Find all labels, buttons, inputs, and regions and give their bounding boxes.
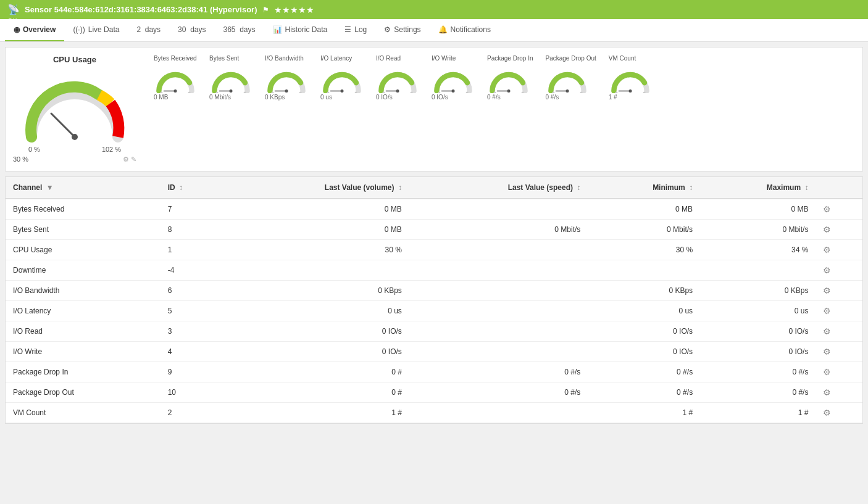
svg-point-19 <box>396 89 399 93</box>
col-last-speed[interactable]: Last Value (speed) ↕ <box>409 177 588 199</box>
cell-actions[interactable]: ⚙ <box>816 220 862 240</box>
row-gear-icon[interactable]: ⚙ <box>823 408 831 418</box>
maximum-sort-icon: ↕ <box>804 183 808 192</box>
row-gear-icon[interactable]: ⚙ <box>823 326 831 336</box>
tab-30days-label: 30 days <box>178 25 206 34</box>
cpu-max: 102 % <box>102 146 121 153</box>
cell-maximum: 34 % <box>700 240 816 260</box>
mini-gauge-value: 0 us <box>320 94 332 101</box>
cell-actions[interactable]: ⚙ <box>816 199 862 220</box>
mini-gauge-label: Bytes Sent <box>209 55 239 62</box>
cell-actions[interactable]: ⚙ <box>816 281 862 301</box>
cpu-current: 30 % <box>13 155 28 163</box>
cell-id: -4 <box>161 260 222 281</box>
cell-maximum: 0 IO/s <box>700 321 816 342</box>
tab-settings[interactable]: ⚙ Settings <box>375 19 429 41</box>
mini-gauge-package-drop-in: Package Drop In0 #/s <box>487 55 533 101</box>
cell-last-speed <box>409 281 588 301</box>
svg-point-1 <box>72 134 78 140</box>
cell-actions[interactable]: ⚙ <box>816 362 862 382</box>
cell-last-vol: 0 KBps <box>221 281 409 301</box>
cell-id: 8 <box>161 220 222 240</box>
cell-actions[interactable]: ⚙ <box>816 382 862 403</box>
settings-icon: ⚙ <box>384 25 391 34</box>
cell-last-vol: 0 # <box>221 362 409 382</box>
tab-log[interactable]: ☰ Log <box>336 19 375 41</box>
tab-2days[interactable]: 2 days <box>128 19 169 41</box>
id-sort-icon: ↕ <box>179 183 183 192</box>
cell-channel: I/O Latency <box>6 301 161 321</box>
cell-actions[interactable]: ⚙ <box>816 321 862 342</box>
cell-id: 6 <box>161 281 222 301</box>
svg-point-3 <box>174 89 177 93</box>
mini-gauge-label: I/O Latency <box>320 55 352 62</box>
cell-actions[interactable]: ⚙ <box>816 342 862 362</box>
mini-gauge-svg <box>209 63 252 93</box>
col-maximum[interactable]: Maximum ↕ <box>700 177 816 199</box>
col-minimum[interactable]: Minimum ↕ <box>588 177 700 199</box>
tab-notifications[interactable]: 🔔 Notifications <box>430 19 499 41</box>
historic-icon: 📊 <box>273 25 282 34</box>
row-gear-icon[interactable]: ⚙ <box>823 306 831 316</box>
tab-30days[interactable]: 30 days <box>169 19 214 41</box>
svg-point-27 <box>507 89 511 93</box>
cell-channel: I/O Write <box>6 342 161 362</box>
row-gear-icon[interactable]: ⚙ <box>823 387 831 397</box>
cell-minimum: 0 us <box>588 301 700 321</box>
row-gear-icon[interactable]: ⚙ <box>823 265 831 275</box>
mini-gauge-bytes-received: Bytes Received0 MB <box>154 55 197 101</box>
row-gear-icon[interactable]: ⚙ <box>823 245 831 255</box>
table-row: I/O Bandwidth60 KBps0 KBps0 KBps⚙ <box>6 281 862 301</box>
mini-gauge-i-o-read: I/O Read0 IO/s <box>376 55 419 101</box>
cell-minimum: 0 #/s <box>588 362 700 382</box>
table-row: CPU Usage130 %30 %34 %⚙ <box>6 240 862 260</box>
cell-last-vol: 30 % <box>221 240 409 260</box>
last-vol-sort-icon: ↕ <box>398 183 402 192</box>
tab-historic[interactable]: 📊 Historic Data <box>264 19 336 41</box>
cell-id: 10 <box>161 382 222 403</box>
cell-actions[interactable]: ⚙ <box>816 240 862 260</box>
cpu-gauge-container: CPU Usage 0 % 102 % 30 % ⚙ ✎ <box>13 55 136 163</box>
col-channel[interactable]: Channel ▼ <box>6 177 161 199</box>
table-row: I/O Latency50 us0 us0 us⚙ <box>6 301 862 321</box>
mini-gauge-label: Package Drop In <box>487 55 533 62</box>
row-gear-icon[interactable]: ⚙ <box>823 347 831 357</box>
tab-log-label: Log <box>354 25 367 34</box>
mini-gauge-svg <box>546 63 589 93</box>
row-gear-icon[interactable]: ⚙ <box>823 225 831 234</box>
data-table: Channel ▼ ID ↕ Last Value (volume) ↕ Las… <box>6 177 862 423</box>
cell-actions[interactable]: ⚙ <box>816 260 862 281</box>
table-row: Bytes Sent80 MB0 Mbit/s0 Mbit/s0 Mbit/s⚙ <box>6 220 862 240</box>
mini-gauge-svg <box>487 63 530 93</box>
last-speed-sort-icon: ↕ <box>577 183 580 192</box>
nav-tabs: ◉ Overview ((·)) Live Data 2 days 30 day… <box>0 19 868 42</box>
row-gear-icon[interactable]: ⚙ <box>823 204 831 214</box>
tab-notifications-label: Notifications <box>451 25 491 34</box>
cell-channel: Downtime <box>6 260 161 281</box>
cell-minimum: 30 % <box>588 240 700 260</box>
cell-maximum: 0 #/s <box>700 362 816 382</box>
cell-last-speed: 0 Mbit/s <box>409 220 588 240</box>
mini-gauge-svg <box>154 63 197 93</box>
gauge-settings-icon[interactable]: ⚙ ✎ <box>123 155 136 163</box>
cell-actions[interactable]: ⚙ <box>816 403 862 423</box>
cell-channel: I/O Bandwidth <box>6 281 161 301</box>
tab-365days[interactable]: 365 days <box>214 19 264 41</box>
row-gear-icon[interactable]: ⚙ <box>823 286 831 295</box>
table-row: Package Drop Out100 #0 #/s0 #/s0 #/s⚙ <box>6 382 862 403</box>
table-row: I/O Read30 IO/s0 IO/s0 IO/s⚙ <box>6 321 862 342</box>
tab-live-data[interactable]: ((·)) Live Data <box>64 19 128 41</box>
sensor-stars: ★★★★★ <box>274 5 314 15</box>
cell-maximum: 0 IO/s <box>700 342 816 362</box>
col-id[interactable]: ID ↕ <box>161 177 222 199</box>
mini-gauge-value: 1 # <box>609 94 617 101</box>
overview-icon: ◉ <box>14 25 20 34</box>
cell-id: 1 <box>161 240 222 260</box>
cell-maximum: 1 # <box>700 403 816 423</box>
cell-actions[interactable]: ⚙ <box>816 301 862 321</box>
col-last-vol[interactable]: Last Value (volume) ↕ <box>221 177 409 199</box>
mini-gauge-i-o-write: I/O Write0 IO/s <box>432 55 475 101</box>
row-gear-icon[interactable]: ⚙ <box>823 367 831 377</box>
cell-maximum <box>700 260 816 281</box>
cell-id: 3 <box>161 321 222 342</box>
